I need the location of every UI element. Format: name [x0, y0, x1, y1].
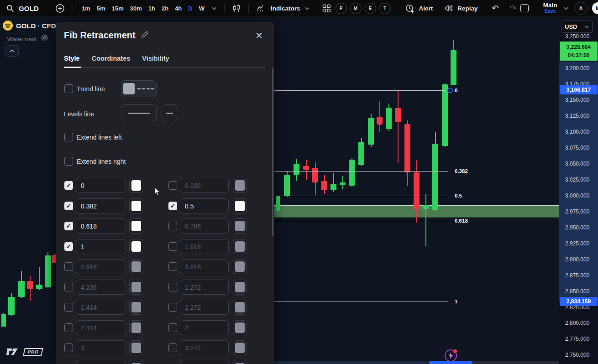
level-value-input[interactable]: 0.618	[76, 218, 126, 234]
tradingview-logo[interactable]: PRO	[6, 347, 42, 357]
level-checkbox-0.382[interactable]: ✓	[64, 202, 73, 210]
tab-visibility[interactable]: Visibility	[142, 55, 169, 67]
timeframe-2h[interactable]: 2h	[159, 3, 171, 14]
price-axis[interactable]: 3,250.0003,200.0003,175.0003,150.0003,12…	[559, 16, 598, 364]
level-color-swatch[interactable]	[129, 280, 143, 295]
level-color-swatch[interactable]	[233, 340, 247, 355]
fib-line-0[interactable]	[274, 90, 446, 91]
replay-rewind-icon[interactable]	[442, 4, 455, 13]
fib-anchor-handle[interactable]	[447, 88, 453, 93]
level-color-swatch[interactable]	[233, 280, 247, 295]
level-color-swatch[interactable]	[233, 239, 247, 254]
level-color-swatch[interactable]	[129, 340, 143, 355]
level-checkbox-3.618[interactable]	[168, 262, 177, 271]
extend-lines-left-checkbox[interactable]	[64, 133, 73, 141]
level-checkbox-1.618[interactable]	[168, 242, 177, 251]
level-color-swatch[interactable]	[129, 300, 143, 315]
user-avatar[interactable]: M	[592, 2, 598, 14]
level-color-swatch[interactable]	[233, 320, 247, 335]
level-value-input[interactable]: 0.5	[180, 198, 229, 213]
layout-menu[interactable]: Main Save	[543, 2, 557, 14]
level-value-input[interactable]: 0.236	[180, 178, 229, 193]
fib-line-0.5[interactable]	[274, 196, 448, 196]
level-color-swatch[interactable]	[233, 218, 247, 234]
workspace-button-m[interactable]: M	[350, 3, 362, 14]
level-color-swatch[interactable]	[129, 361, 143, 364]
tab-style[interactable]: Style	[64, 55, 80, 67]
boost-lightning-icon[interactable]	[445, 349, 457, 362]
level-checkbox-0.618[interactable]: ✓	[64, 222, 73, 230]
timeframe-4h[interactable]: 4h	[172, 3, 184, 14]
timeframe-1m[interactable]: 1m	[79, 3, 93, 14]
trend-line-style-button[interactable]	[121, 80, 157, 97]
levels-line-width-button[interactable]	[162, 104, 177, 121]
level-color-swatch[interactable]	[129, 218, 143, 234]
level-value-input[interactable]: 1.414	[76, 300, 126, 315]
level-color-swatch[interactable]	[233, 300, 247, 315]
account-a-button[interactable]: A	[575, 2, 588, 15]
timeframe-chevron-down-icon[interactable]	[210, 6, 218, 11]
level-value-input[interactable]: 1.272	[180, 280, 229, 295]
replay-button[interactable]: Replay	[457, 5, 477, 12]
eye-off-icon[interactable]	[41, 35, 48, 43]
edit-title-pencil-icon[interactable]	[141, 31, 149, 40]
level-value-input[interactable]: 0.382	[76, 198, 126, 213]
alert-clock-icon[interactable]	[403, 3, 416, 14]
fib-line-1[interactable]	[274, 302, 448, 302]
workspace-button-p[interactable]: P	[336, 3, 347, 14]
level-color-swatch[interactable]	[129, 239, 143, 254]
workspace-button-t[interactable]: T	[379, 3, 391, 14]
indicators-button[interactable]: Indicators	[271, 5, 300, 12]
level-value-input[interactable]: 3.618	[180, 259, 229, 274]
level-color-swatch[interactable]	[233, 259, 247, 274]
level-checkbox-1.414[interactable]	[64, 303, 73, 312]
dialog-scrollbar[interactable]	[272, 68, 273, 236]
level-color-swatch[interactable]	[233, 198, 247, 213]
levels-line-style-button[interactable]	[121, 104, 157, 121]
level-checkbox-0.236[interactable]	[168, 181, 177, 190]
level-checkbox-4.236[interactable]	[64, 283, 73, 291]
timeframe-15m[interactable]: 15m	[109, 3, 126, 14]
currency-selector[interactable]: USD	[561, 21, 593, 33]
level-value-input[interactable]: 1	[76, 239, 126, 254]
scrollbar-thumb[interactable]	[429, 361, 472, 364]
level-checkbox-2.414[interactable]	[64, 323, 73, 332]
level-color-swatch[interactable]	[233, 361, 247, 364]
tab-coordinates[interactable]: Coordinates	[92, 55, 131, 67]
level-checkbox-0[interactable]: ✓	[64, 181, 73, 190]
level-checkbox-0.5[interactable]: ✓	[168, 202, 177, 210]
level-value-input[interactable]	[180, 361, 229, 364]
level-value-input[interactable]: 0.786	[180, 218, 229, 234]
level-checkbox-1.272[interactable]	[168, 283, 177, 291]
timeframe-30m[interactable]: 30m	[127, 3, 145, 14]
undo-button[interactable]: ↶	[490, 3, 501, 13]
level-value-input[interactable]: 1.618	[180, 239, 229, 254]
save-label[interactable]: Save	[544, 9, 556, 14]
level-checkbox-1[interactable]: ✓	[64, 242, 73, 251]
indicators-chevron-down-icon[interactable]	[303, 6, 311, 11]
level-checkbox-2[interactable]	[168, 323, 177, 332]
level-value-input[interactable]	[76, 361, 126, 364]
timeframe-D[interactable]: D	[185, 3, 195, 14]
extend-lines-right-checkbox[interactable]	[64, 157, 73, 166]
compare-add-icon[interactable]	[53, 3, 67, 14]
level-value-input[interactable]: 4.236	[76, 280, 126, 295]
level-value-input[interactable]: 0	[76, 178, 126, 193]
indicators-icon[interactable]	[255, 3, 268, 13]
level-checkbox-2.272[interactable]	[168, 303, 177, 312]
close-icon[interactable]: ✕	[255, 31, 263, 40]
search-icon[interactable]	[5, 4, 16, 13]
collapse-panel-button[interactable]	[5, 45, 19, 57]
level-value-input[interactable]: 2.272	[180, 300, 229, 315]
fib-line-0.382[interactable]	[274, 171, 448, 172]
trend-line-checkbox[interactable]	[64, 84, 73, 93]
workspace-button-e[interactable]: E	[365, 3, 376, 14]
level-color-swatch[interactable]	[233, 178, 247, 193]
fib-line-0.618[interactable]	[274, 221, 448, 221]
level-checkbox-3[interactable]	[64, 343, 73, 352]
level-color-swatch[interactable]	[129, 178, 143, 193]
alert-button[interactable]: Alert	[419, 5, 433, 12]
level-checkbox-0.786[interactable]	[168, 222, 177, 230]
symbol-search-button[interactable]: GOLD	[19, 5, 39, 12]
timeframe-5m[interactable]: 5m	[94, 3, 108, 14]
